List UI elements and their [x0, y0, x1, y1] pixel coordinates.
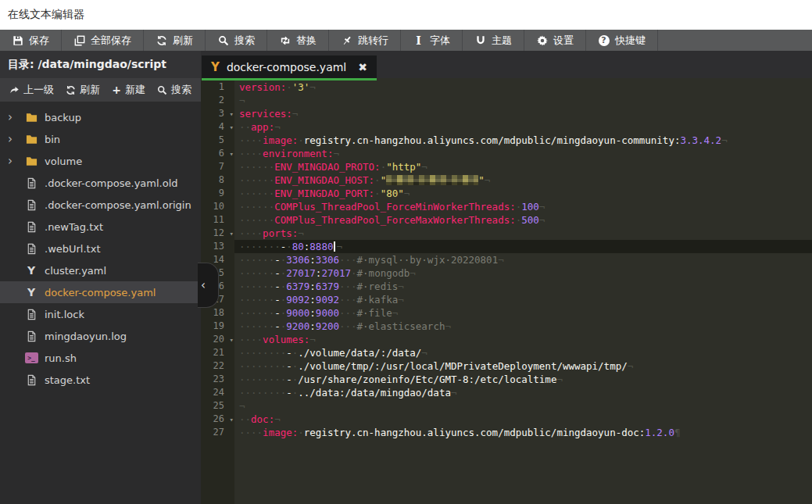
fold-arrow-icon[interactable]: ▾	[230, 108, 234, 121]
code-line-27[interactable]: ····image:·registry.cn-hangzhou.aliyuncs…	[234, 426, 812, 439]
tree-item-label: stage.txt	[45, 374, 90, 386]
code-line-10[interactable]: ······COMPlus_ThreadPool_ForceMinWorkerT…	[234, 200, 812, 213]
code-line-5[interactable]: ····image:·registry.cn-hangzhou.aliyuncs…	[234, 134, 812, 147]
code-line-8[interactable]: ······ENV_MINGDAO_HOST:·""¬	[234, 173, 812, 187]
code-line-17[interactable]: ······-·9092:9092···#·kafka¬	[234, 293, 812, 306]
file-explorer-sidebar: 上一级刷新+新建搜索 ›backup›bin›volume.docker-com…	[0, 78, 201, 504]
line-number: 2	[201, 94, 234, 107]
code-line-6[interactable]: ····environment:¬	[234, 147, 812, 160]
code-line-12[interactable]: ····ports:¬	[234, 227, 812, 240]
code-line-13[interactable]: ·······-·80:8880¬	[234, 240, 812, 253]
code-line-24[interactable]: ········-·../data:/data/mingdao/data¬	[234, 386, 812, 399]
replace-button-label: 替换	[296, 34, 317, 48]
replace-button[interactable]: 替换	[267, 30, 329, 51]
tree-item-label: volume	[45, 155, 82, 167]
chevron-right-icon[interactable]: ›	[8, 112, 18, 123]
yaml-file-icon: Y	[211, 60, 220, 74]
tree-item-label: cluster.yaml	[45, 265, 106, 277]
sidebar-search-button[interactable]: 搜索	[157, 83, 191, 97]
tree-item-label: .newTag.txt	[45, 221, 103, 233]
fold-arrow-icon[interactable]: ▾	[230, 121, 234, 134]
save-all-button[interactable]: 全部保存	[62, 30, 144, 51]
code-line-19[interactable]: ······-·9200:9200···#·elasticsearch¬	[234, 320, 812, 333]
tree-item-docker-compose.yaml[interactable]: Ydocker-compose.yaml	[0, 281, 201, 303]
line-number: 5	[201, 134, 234, 147]
tree-item-.webUrl.txt[interactable]: .webUrl.txt	[0, 238, 201, 259]
tree-item-bin[interactable]: ›bin	[0, 128, 201, 150]
search-button[interactable]: 搜索	[206, 30, 267, 51]
tree-item-init.lock[interactable]: init.lock	[0, 303, 201, 325]
code-line-7[interactable]: ······ENV_MINGDAO_PROTO:·"http"¬	[234, 160, 812, 173]
fold-arrow-icon[interactable]: ▾	[230, 227, 234, 241]
code-line-15[interactable]: ······-·27017:27017·#·mongodb¬	[234, 266, 812, 280]
folder-icon	[24, 155, 38, 167]
tree-item-backup[interactable]: ›backup	[0, 106, 201, 128]
sidebar-collapse-handle[interactable]: ‹	[198, 263, 219, 308]
code-line-26[interactable]: ··doc:¬	[234, 413, 812, 426]
code-line-9[interactable]: ······ENV_MINGDAO_PORT:·"80"¬	[234, 187, 812, 200]
font-button[interactable]: I字体	[401, 30, 463, 51]
line-number: 1	[201, 80, 234, 94]
code-editor[interactable]: 123▾4▾56▾789101112▾1314151617181920▾2122…	[201, 78, 812, 504]
tree-item-volume[interactable]: ›volume	[0, 150, 201, 172]
sidebar-new-file-button[interactable]: +新建	[112, 83, 145, 97]
settings-button[interactable]: 设置	[524, 30, 586, 51]
code-line-23[interactable]: ········-·/usr/share/zoneinfo/Etc/GMT-8:…	[234, 373, 812, 386]
refresh-button-label: 刷新	[173, 34, 193, 48]
main-toolbar: 保存全部保存刷新搜索替换跳转行I字体主题设置?快捷键	[0, 30, 812, 51]
code-line-4[interactable]: ··app:¬	[234, 120, 812, 134]
plus-icon: +	[112, 84, 121, 96]
tab-docker-compose-yaml[interactable]: Y docker-compose.yaml ✖	[202, 55, 377, 78]
file-icon	[24, 221, 38, 233]
main-area: 上一级刷新+新建搜索 ›backup›bin›volume.docker-com…	[0, 78, 812, 504]
tree-item-.docker-compose.yaml.old[interactable]: .docker-compose.yaml.old	[0, 172, 201, 194]
tab-strip: Y docker-compose.yaml ✖	[201, 51, 812, 78]
code-line-25[interactable]: ¬	[234, 399, 812, 413]
chevron-right-icon[interactable]: ›	[8, 155, 18, 167]
line-number: 20▾	[201, 333, 234, 346]
tree-item-run.sh[interactable]: >_run.sh	[0, 347, 201, 369]
refresh-button[interactable]: 刷新	[144, 30, 206, 51]
refresh-icon	[156, 34, 167, 46]
tree-item-label: .webUrl.txt	[45, 243, 101, 255]
line-number: 11	[201, 213, 234, 227]
code-line-21[interactable]: ········-·./volume/data/:/data/¬	[234, 346, 812, 359]
line-number: 9	[201, 187, 234, 200]
file-icon	[24, 177, 38, 189]
font-button-label: 字体	[430, 34, 450, 48]
fold-arrow-icon[interactable]: ▾	[230, 334, 234, 347]
code-line-1[interactable]: version:·'3'¬	[234, 80, 812, 94]
save-button[interactable]: 保存	[0, 30, 62, 51]
directory-path: 目录: /data/mingdao/script	[0, 51, 201, 78]
tree-item-.docker-compose.yaml.origin[interactable]: .docker-compose.yaml.origin	[0, 194, 201, 216]
file-icon	[24, 331, 38, 342]
chevron-right-icon[interactable]: ›	[8, 134, 18, 145]
settings-button-label: 设置	[553, 34, 574, 48]
tree-item-stage.txt[interactable]: stage.txt	[0, 369, 201, 391]
goto-line-button[interactable]: 跳转行	[329, 30, 401, 51]
shortcuts-button[interactable]: ?快捷键	[586, 30, 658, 51]
code-line-20[interactable]: ····volumes:¬	[234, 333, 812, 346]
file-icon	[24, 374, 38, 386]
theme-button[interactable]: 主题	[463, 30, 524, 51]
sidebar-refresh-button[interactable]: 刷新	[66, 83, 100, 97]
tree-item-mingdaoyun.log[interactable]: mingdaoyun.log	[0, 325, 201, 347]
code-line-14[interactable]: ······-·3306:3306···#·mysql··by·wjx·2022…	[234, 253, 812, 266]
tree-item-cluster.yaml[interactable]: Ycluster.yaml	[0, 259, 201, 281]
sidebar-toolbar: 上一级刷新+新建搜索	[0, 78, 201, 102]
code-line-2[interactable]: ¬	[234, 94, 812, 107]
code-line-3[interactable]: services:¬	[234, 107, 812, 120]
code-line-22[interactable]: ········-·./volume/tmp/:/usr/local/MDPri…	[234, 359, 812, 373]
code-line-11[interactable]: ······COMPlus_ThreadPool_ForceMaxWorkerT…	[234, 213, 812, 227]
fold-arrow-icon[interactable]: ▾	[230, 413, 234, 427]
code-content[interactable]: version:·'3'¬¬services:¬··app:¬····image…	[234, 78, 812, 504]
sidebar-up-level-button[interactable]: 上一级	[9, 83, 54, 97]
path-and-tab-bar: 目录: /data/mingdao/script Y docker-compos…	[0, 51, 812, 78]
code-line-18[interactable]: ······-·9000:9000···#·file¬	[234, 306, 812, 320]
code-line-16[interactable]: ······-·6379:6379···#·redis¬	[234, 280, 812, 293]
fold-arrow-icon[interactable]: ▾	[230, 148, 234, 161]
tree-item-.newTag.txt[interactable]: .newTag.txt	[0, 216, 201, 238]
close-tab-icon[interactable]: ✖	[358, 61, 367, 73]
shell-file-icon: >_	[24, 352, 38, 363]
line-number: 7	[201, 160, 234, 173]
